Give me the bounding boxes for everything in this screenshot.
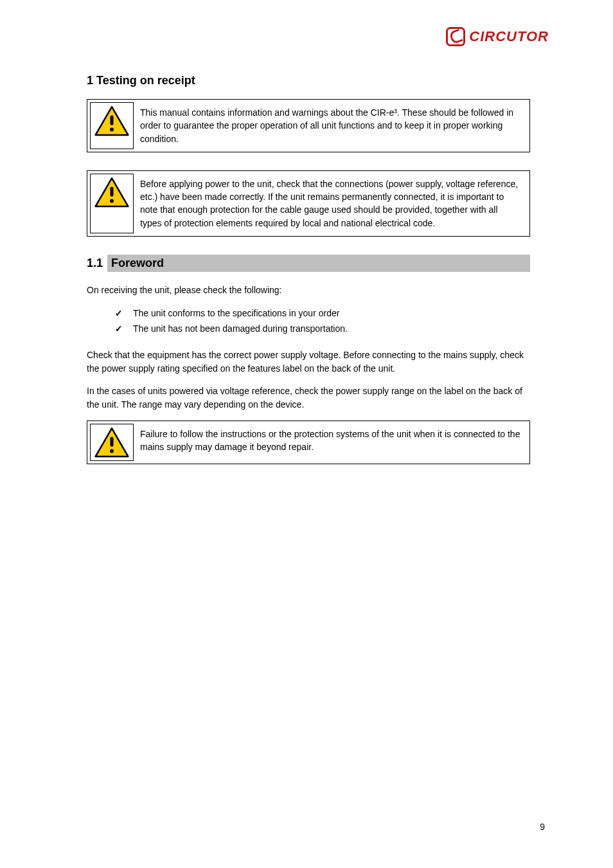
list-item: The unit has not been damaged during tra…: [115, 321, 530, 337]
subsection-heading: 1.1 Foreword: [87, 255, 530, 272]
paragraph-3: In the cases of units powered via voltag…: [87, 384, 530, 411]
section-heading: 1 Testing on receipt: [87, 74, 530, 87]
warning-box-3: Failure to follow the instructions or th…: [87, 420, 530, 464]
warning-icon-cell: [90, 174, 134, 233]
logo-mark-icon: [446, 27, 465, 46]
page-number: 9: [540, 822, 545, 832]
svg-point-2: [110, 128, 114, 132]
warning-icon-cell: [90, 424, 134, 461]
warning-2-text: Before applying power to the unit, check…: [136, 171, 529, 236]
warning-1-text: This manual contains information and war…: [136, 100, 529, 152]
section-title-text: Testing on receipt: [96, 74, 195, 87]
warning-icon: [94, 427, 129, 458]
brand-name: CIRCUTOR: [469, 28, 549, 45]
svg-rect-4: [110, 186, 113, 196]
subsection-number: 1.1: [87, 257, 107, 270]
paragraph-1: On receiving the unit, please check the …: [87, 284, 530, 297]
svg-point-8: [110, 449, 114, 453]
brand-logo: CIRCUTOR: [446, 27, 549, 46]
warning-box-1: This manual contains information and war…: [87, 99, 530, 152]
list-item: The unit conforms to the specifications …: [115, 306, 530, 321]
svg-rect-7: [110, 437, 113, 446]
warning-icon-cell: [90, 102, 134, 149]
page-content: 1 Testing on receipt This manual contain…: [87, 74, 530, 482]
warning-3-text: Failure to follow the instructions or th…: [136, 421, 529, 464]
checklist: The unit conforms to the specifications …: [115, 306, 530, 337]
warning-icon: [94, 105, 129, 136]
paragraph-2: Check that the equipment has the correct…: [87, 348, 530, 375]
warning-icon: [94, 177, 129, 208]
svg-rect-1: [110, 116, 113, 125]
subsection-title: Foreword: [107, 255, 530, 272]
svg-point-5: [110, 199, 114, 203]
warning-box-2: Before applying power to the unit, check…: [87, 170, 530, 237]
section-number: 1: [87, 74, 93, 87]
